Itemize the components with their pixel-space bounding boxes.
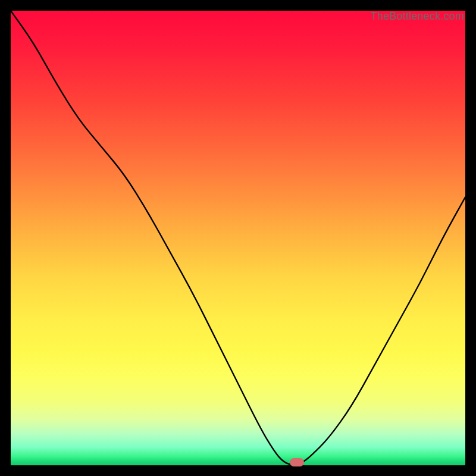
chart-frame: TheBottleneck.com	[0, 0, 476, 476]
plot-area: TheBottleneck.com	[11, 11, 465, 465]
severity-gradient	[11, 11, 465, 465]
